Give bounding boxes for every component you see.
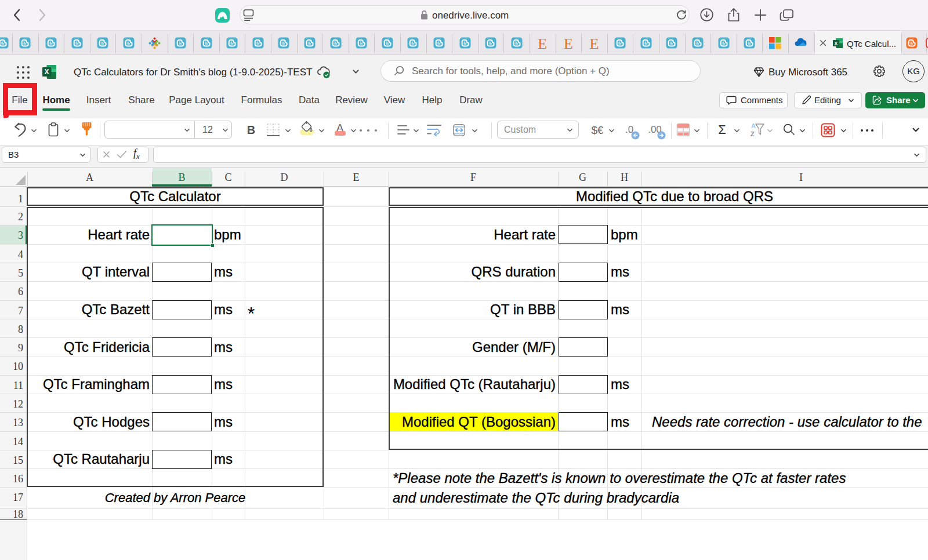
svg-text:Z: Z bbox=[751, 130, 755, 137]
svg-text:X: X bbox=[44, 68, 49, 76]
svg-text:A: A bbox=[751, 122, 756, 129]
svg-text:X: X bbox=[834, 41, 838, 46]
